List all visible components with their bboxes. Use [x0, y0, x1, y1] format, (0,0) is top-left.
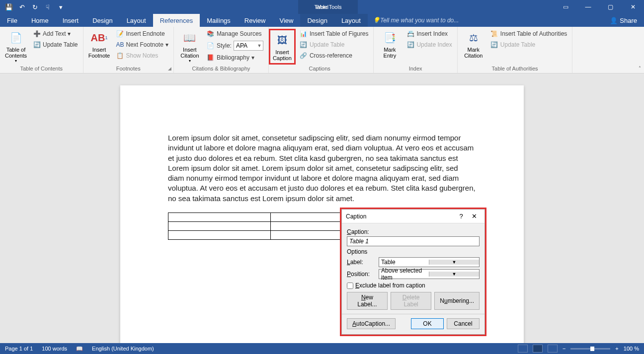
delete-label-button[interactable]: Delete Label	[391, 292, 431, 310]
add-text-button[interactable]: ➕Add Text ▾	[31, 29, 80, 39]
web-layout-button[interactable]	[548, 345, 558, 353]
next-footnote-button[interactable]: ABNext Footnote ▾	[114, 40, 170, 50]
endnote-label: Insert Endnote	[126, 30, 165, 37]
insert-table-figures-button[interactable]: 📊Insert Table of Figures	[298, 29, 371, 39]
toc-label: Table of Contents	[5, 47, 27, 59]
mark-citation-button[interactable]: ⚖ Mark Citation	[461, 29, 486, 60]
chevron-down-icon[interactable]: ▼	[256, 43, 263, 48]
new-label-button[interactable]: New Label...	[347, 292, 388, 310]
footnote-icon: AB1	[91, 30, 107, 46]
update-captions-button[interactable]: 🔄Update Table	[298, 40, 371, 50]
dialog-close-button[interactable]: ✕	[468, 212, 481, 220]
tab-table-design[interactable]: Design	[300, 14, 334, 27]
tab-home[interactable]: Home	[24, 14, 56, 27]
save-button[interactable]: 💾	[3, 1, 15, 12]
update-icon: 🔄	[490, 41, 498, 49]
tab-insert[interactable]: Insert	[56, 14, 86, 27]
page-indicator[interactable]: Page 1 of 1	[5, 346, 33, 352]
document-paragraph[interactable]: Lorem ipsum dolor sit amet, consetetur s…	[168, 133, 476, 204]
insert-index-button[interactable]: 📇Insert Index	[404, 29, 454, 39]
chevron-down-icon[interactable]: ▼	[429, 272, 479, 277]
spellcheck-icon[interactable]: 📖	[76, 346, 83, 352]
bibliography-label: Bibliography	[217, 54, 249, 61]
footnotes-dialog-launcher[interactable]: ◢	[168, 66, 171, 71]
insert-caption-button[interactable]: 🖼 Insert Caption	[269, 29, 296, 65]
manage-sources-icon: 📚	[207, 30, 215, 38]
group-captions: 🖼 Insert Caption 📊Insert Table of Figure…	[269, 27, 374, 73]
zoom-slider[interactable]	[570, 348, 610, 350]
cross-reference-button[interactable]: 🔗Cross-reference	[298, 51, 371, 61]
insert-footnote-label: Insert Footnote	[88, 47, 110, 59]
cancel-button[interactable]: Cancel	[447, 318, 480, 329]
style-input[interactable]	[234, 42, 256, 49]
dialog-titlebar[interactable]: Caption ? ✕	[342, 210, 484, 223]
group-authorities: ⚖ Mark Citation 📜Insert Table of Authori…	[458, 27, 573, 73]
update-index-button[interactable]: 🔄Update Index	[404, 40, 454, 50]
style-combo[interactable]: ▼	[234, 41, 263, 51]
minimize-button[interactable]: —	[577, 0, 599, 14]
authorities-label: Insert Table of Authorities	[500, 30, 567, 37]
add-text-icon: ➕	[33, 30, 41, 38]
ribbon-display-options[interactable]: ▭	[555, 0, 577, 14]
style-selector[interactable]: 📄 Style: ▼	[205, 40, 265, 52]
close-button[interactable]: ✕	[622, 0, 644, 14]
mark-entry-button[interactable]: 📑 Mark Entry	[377, 29, 402, 60]
insert-endnote-button[interactable]: 📝Insert Endnote	[114, 29, 170, 39]
touch-mode-button[interactable]: ☟	[42, 1, 54, 12]
group-table-of-contents: 📄 Table of Contents ▾ ➕Add Text ▾ 🔄Updat…	[0, 27, 83, 73]
crossref-label: Cross-reference	[310, 52, 352, 59]
contextual-tab-title: Table Tools	[298, 0, 358, 14]
word-count[interactable]: 100 words	[42, 346, 67, 352]
bibliography-button[interactable]: 📕Bibliography ▾	[205, 53, 265, 63]
label-combo[interactable]: Table ▼	[379, 257, 480, 267]
style-prefix: Style:	[217, 42, 232, 49]
qat-customize[interactable]: ▾	[55, 1, 67, 12]
tab-mailings[interactable]: Mailings	[200, 14, 238, 27]
tab-file[interactable]: File	[0, 14, 24, 27]
zoom-in-button[interactable]: +	[615, 346, 618, 352]
share-button[interactable]: 👤 Share	[603, 14, 644, 27]
update-authorities-label: Update Table	[500, 41, 536, 48]
maximize-button[interactable]: ▢	[599, 0, 622, 14]
dialog-help-button[interactable]: ?	[455, 212, 468, 220]
redo-button[interactable]: ↻	[29, 1, 41, 12]
collapse-ribbon-button[interactable]: ˄	[639, 66, 641, 71]
caption-input[interactable]	[347, 236, 480, 246]
print-layout-button[interactable]	[533, 345, 543, 353]
update-authorities-button[interactable]: 🔄Update Table	[488, 40, 569, 50]
language-indicator[interactable]: English (United Kingdom)	[92, 346, 154, 352]
tab-table-layout[interactable]: Layout	[334, 14, 368, 27]
insert-footnote-button[interactable]: AB1 Insert Footnote	[86, 29, 112, 60]
insert-authorities-button[interactable]: 📜Insert Table of Authorities	[488, 29, 569, 39]
tab-layout[interactable]: Layout	[120, 14, 153, 27]
exclude-label-checkbox[interactable]	[347, 283, 353, 289]
tell-me-search[interactable]: 💡 Tell me what you want to do...	[368, 14, 603, 27]
manage-sources-button[interactable]: 📚Manage Sources	[205, 29, 265, 39]
undo-button[interactable]: ↶	[16, 1, 28, 12]
zoom-out-button[interactable]: −	[563, 346, 565, 352]
group-label: Captions	[269, 65, 371, 73]
dialog-title: Caption	[346, 213, 455, 220]
tab-review[interactable]: Review	[238, 14, 273, 27]
group-citations: 📖 Insert Citation ▾ 📚Manage Sources 📄 St…	[174, 27, 269, 73]
tab-view[interactable]: View	[272, 14, 300, 27]
document-area[interactable]: Lorem ipsum dolor sit amet, consetetur s…	[0, 73, 644, 343]
table-of-contents-button[interactable]: 📄 Table of Contents ▾	[3, 29, 29, 64]
update-toc-button[interactable]: 🔄Update Table	[31, 40, 80, 50]
autocaption-button[interactable]: AutoCaption...	[347, 318, 396, 329]
insert-citation-button[interactable]: 📖 Insert Citation ▾	[177, 29, 203, 64]
tab-references[interactable]: References	[153, 14, 200, 27]
position-combo[interactable]: Above selected item ▼	[379, 269, 480, 279]
chevron-down-icon[interactable]: ▼	[429, 260, 479, 265]
zoom-level[interactable]: 100 %	[624, 346, 639, 352]
show-notes-button[interactable]: 📋Show Notes	[114, 51, 170, 61]
insert-caption-label: Insert Caption	[273, 49, 292, 61]
group-label: Index	[377, 65, 454, 73]
group-footnotes: AB1 Insert Footnote 📝Insert Endnote ABNe…	[83, 27, 174, 73]
numbering-button[interactable]: Numbering...	[434, 292, 480, 310]
tab-design[interactable]: Design	[85, 14, 119, 27]
reading-view-button[interactable]	[518, 345, 528, 353]
show-notes-label: Show Notes	[126, 52, 159, 59]
update-icon: 🔄	[406, 41, 414, 49]
ok-button[interactable]: OK	[411, 318, 444, 329]
